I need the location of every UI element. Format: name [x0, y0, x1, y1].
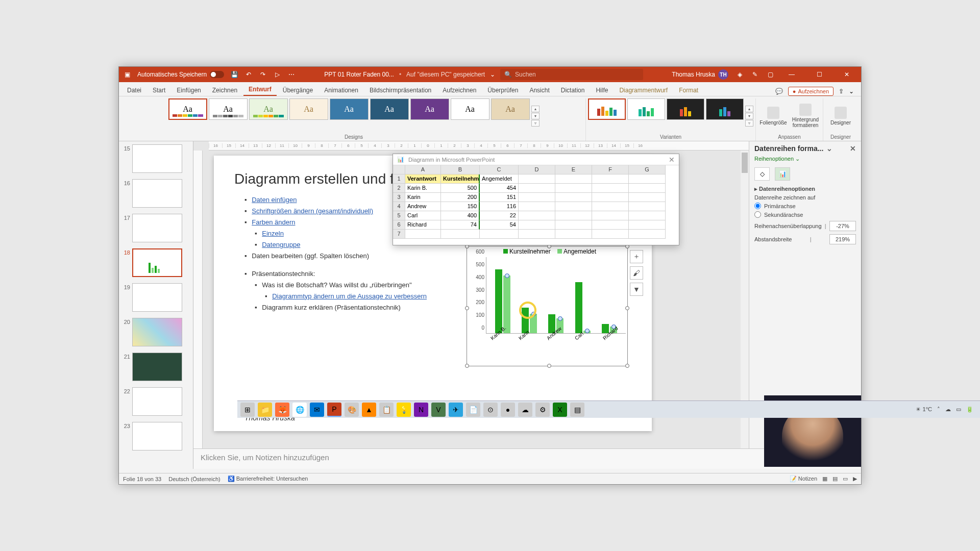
overlap-input[interactable]: -27%	[829, 221, 856, 231]
close-pane-button[interactable]: ✕	[850, 144, 856, 153]
toggle-switch[interactable]	[210, 71, 224, 78]
theme-7[interactable]: Aa	[410, 98, 449, 120]
slide-thumb-selected[interactable]	[132, 248, 182, 277]
chart-elements-button[interactable]: ＋	[630, 250, 643, 263]
app-icon[interactable]: ⊙	[483, 403, 498, 417]
tray-expand-icon[interactable]: ˄	[937, 406, 940, 413]
bullet-link[interactable]: Diagrammtyp ändern um die Aussage zu ver…	[272, 292, 427, 300]
present-icon[interactable]: ▷	[273, 70, 281, 79]
designer-button[interactable]: Designer	[825, 98, 856, 133]
tab-dictation[interactable]: Dictation	[556, 85, 590, 96]
start-button[interactable]: ⊞	[240, 403, 255, 417]
secondary-axis-radio[interactable]	[754, 211, 761, 218]
minimize-button[interactable]: —	[781, 67, 802, 82]
tab-entwurf[interactable]: Entwurf	[243, 84, 277, 96]
gap-input[interactable]: 219%	[829, 234, 856, 244]
share-icon[interactable]: ⇪	[839, 88, 844, 95]
app-icon[interactable]: 📄	[466, 403, 480, 417]
diamond-icon[interactable]: ◈	[736, 70, 744, 79]
theme-3[interactable]: Aa	[249, 98, 288, 120]
format-pane-subtitle[interactable]: Reihenoptionen	[754, 156, 794, 162]
record-button[interactable]: Aufzeichnen	[788, 87, 834, 96]
tray-icon[interactable]: ▭	[956, 406, 961, 413]
datasheet-grid[interactable]: ABCDEFG1VerantwortKursteilnehmeAngemelde…	[393, 165, 679, 239]
tab-animationen[interactable]: Animationen	[319, 85, 363, 96]
theme-gallery-arrows[interactable]: ▴▾▿	[531, 98, 540, 133]
bullet-link[interactable]: Daten einfügen	[252, 196, 297, 204]
theme-8[interactable]: Aa	[451, 98, 489, 120]
tab-start[interactable]: Start	[148, 85, 170, 96]
excel-icon[interactable]: X	[553, 403, 567, 417]
slide-thumb[interactable]	[132, 353, 182, 381]
theme-2[interactable]: Aa	[209, 98, 248, 120]
tab-praesentation[interactable]: Bildschirmpräsentation	[364, 85, 436, 96]
variant-4[interactable]	[706, 98, 744, 120]
maximize-button[interactable]: ☐	[809, 67, 829, 82]
normal-view-icon[interactable]: ▦	[822, 475, 827, 482]
settings-icon[interactable]: ⚙	[535, 403, 550, 417]
onenote-icon[interactable]: N	[414, 403, 428, 417]
vlc-icon[interactable]: ▲	[362, 403, 376, 417]
datasheet-close-button[interactable]: ✕	[669, 156, 675, 164]
firefox-icon[interactable]: 🦊	[275, 403, 289, 417]
weather-widget[interactable]: ☀ 1°C	[916, 406, 932, 413]
reading-view-icon[interactable]: ▭	[843, 475, 848, 482]
collapse-ribbon-icon[interactable]: ⌄	[849, 88, 854, 95]
tab-zeichnen[interactable]: Zeichnen	[207, 85, 242, 96]
tab-uebergaenge[interactable]: Übergänge	[278, 85, 318, 96]
bg-format-button[interactable]: Hintergrund formatieren	[790, 98, 821, 133]
slide-thumb[interactable]	[132, 179, 182, 208]
outlook-icon[interactable]: ✉	[310, 403, 324, 417]
close-button[interactable]: ✕	[837, 67, 857, 82]
thumbnail-pane[interactable]: 15 16 17 18 19 20 21 22 23	[119, 141, 193, 469]
chart-plot-area[interactable]: 0 100 200 300 400 500 600	[486, 257, 626, 334]
slide-thumb[interactable]	[132, 422, 182, 450]
bullet-link[interactable]: Einzeln	[262, 230, 284, 237]
app-icon[interactable]: ▤	[570, 403, 584, 417]
fill-effects-icon[interactable]: ◇	[754, 167, 770, 181]
theme-1[interactable]: Aa	[168, 98, 207, 120]
theme-5[interactable]: Aa	[330, 98, 369, 120]
slide-size-button[interactable]: Foliengröße	[758, 98, 789, 133]
bullet-link[interactable]: Farben ändern	[252, 218, 295, 226]
app-icon[interactable]: V	[431, 403, 446, 417]
undo-icon[interactable]: ↶	[244, 70, 253, 79]
app-icon[interactable]: ☁	[518, 403, 532, 417]
app-icon[interactable]: ●	[501, 403, 515, 417]
theme-6[interactable]: Aa	[370, 98, 409, 120]
notes-pane[interactable]: Klicken Sie, um Notizen hinzuzufügen	[193, 448, 861, 469]
telegram-icon[interactable]: ✈	[449, 403, 463, 417]
onedrive-tray-icon[interactable]: ☁	[945, 406, 951, 413]
tab-ansicht[interactable]: Ansicht	[524, 85, 554, 96]
explorer-icon[interactable]: 📁	[258, 403, 272, 417]
section-header[interactable]: ▸ Datenreihenoptionen	[754, 186, 856, 192]
variant-2[interactable]	[627, 98, 665, 120]
window-icon[interactable]: ▢	[766, 70, 774, 79]
bullet-link[interactable]: Schriftgrößen ändern (gesamt/individuell…	[252, 207, 373, 215]
chart-datasheet[interactable]: 📊 Diagramm in Microsoft PowerPoint ✕ ABC…	[393, 154, 679, 245]
app-icon[interactable]: 💡	[397, 403, 411, 417]
tab-aufzeichnen[interactable]: Aufzeichnen	[437, 85, 481, 96]
chevron-down-icon[interactable]: ⌄	[490, 71, 495, 78]
save-icon[interactable]: 💾	[230, 70, 238, 79]
series-options-icon[interactable]: 📊	[775, 167, 790, 181]
chart-object[interactable]: Kursteilnehmer Angemeldet 0 100 200 300 …	[468, 247, 626, 365]
variant-gallery-arrows[interactable]: ▴▾▿	[745, 98, 753, 133]
theme-4[interactable]: Aa	[289, 98, 328, 120]
save-location[interactable]: Auf "diesem PC" gespeichert	[406, 71, 485, 78]
powerpoint-icon[interactable]: P	[327, 403, 341, 417]
accessibility-check[interactable]: ♿ Barrierefreiheit: Untersuchen	[228, 475, 308, 482]
user-account[interactable]: Thomas Hruska TH	[672, 69, 728, 80]
slide-thumb[interactable]	[132, 283, 182, 312]
chart-filter-button[interactable]: ▼	[630, 283, 643, 296]
slide-thumb[interactable]	[132, 387, 182, 416]
slide-thumb[interactable]	[132, 318, 182, 346]
file-name[interactable]: PPT 01 Roter Faden 00...	[324, 71, 394, 78]
primary-axis-radio[interactable]	[754, 203, 761, 209]
tab-einfuegen[interactable]: Einfügen	[172, 85, 206, 96]
search-box[interactable]: 🔍 Suchen	[500, 69, 643, 80]
tab-format[interactable]: Format	[674, 85, 703, 96]
variant-3[interactable]	[667, 98, 704, 120]
more-icon[interactable]: ⋯	[287, 70, 296, 79]
theme-9[interactable]: Aa	[491, 98, 530, 120]
